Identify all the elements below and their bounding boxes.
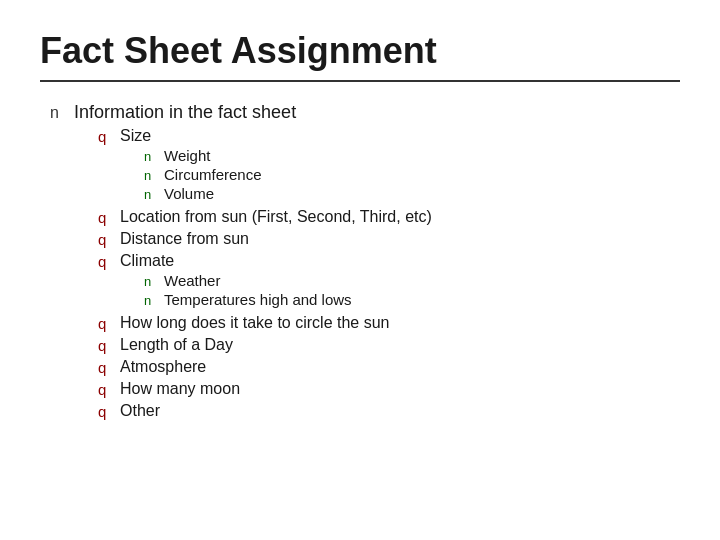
content-area: n Information in the fact sheet q Size n… <box>40 102 680 424</box>
bullet-q-length-day: q <box>98 337 112 354</box>
level2-item-other: q Other <box>98 402 432 420</box>
bullet-q-moons: q <box>98 381 112 398</box>
level1-item: n Information in the fact sheet q Size n… <box>50 102 680 424</box>
level2-item-circle-sun: q How long does it take to circle the su… <box>98 314 432 332</box>
level2-length-day-label: Length of a Day <box>120 336 233 354</box>
level3-circumference: n Circumference <box>144 166 262 183</box>
level2-item-size: q Size n Weight n Circumference <box>98 127 432 204</box>
bullet-q-distance: q <box>98 231 112 248</box>
slide-title: Fact Sheet Assignment <box>40 30 680 82</box>
level2-size-content: Size n Weight n Circumference <box>120 127 262 204</box>
level2-climate-label: Climate <box>120 252 174 269</box>
level2-atmosphere-label: Atmosphere <box>120 358 206 376</box>
level2-distance-label: Distance from sun <box>120 230 249 248</box>
bullet-n3-volume: n <box>144 187 156 202</box>
bullet-n3-weight: n <box>144 149 156 164</box>
level1-label: Information in the fact sheet <box>74 102 296 122</box>
bullet-q-climate: q <box>98 253 112 270</box>
level2-circle-sun-label: How long does it take to circle the sun <box>120 314 389 332</box>
level2-size-label: Size <box>120 127 151 144</box>
slide: Fact Sheet Assignment n Information in t… <box>0 0 720 540</box>
bullet-q-atmosphere: q <box>98 359 112 376</box>
bullet-q-size: q <box>98 128 112 145</box>
level2-item-atmosphere: q Atmosphere <box>98 358 432 376</box>
level2-item-moons: q How many moon <box>98 380 432 398</box>
level3-weight: n Weight <box>144 147 262 164</box>
level3-weather: n Weather <box>144 272 352 289</box>
level3-volume: n Volume <box>144 185 262 202</box>
bullet-n: n <box>50 104 64 122</box>
level2-climate-content: Climate n Weather n Temperatures high an… <box>120 252 352 310</box>
level1-content: Information in the fact sheet q Size n W… <box>74 102 432 424</box>
level3-weather-label: Weather <box>164 272 220 289</box>
level2-moons-label: How many moon <box>120 380 240 398</box>
level2-item-length-day: q Length of a Day <box>98 336 432 354</box>
level2-item-location: q Location from sun (First, Second, Thir… <box>98 208 432 226</box>
level3-temperatures: n Temperatures high and lows <box>144 291 352 308</box>
level2-item-climate: q Climate n Weather n Temperatures <box>98 252 432 310</box>
bullet-n3-temperatures: n <box>144 293 156 308</box>
level3-weight-label: Weight <box>164 147 210 164</box>
level3-size-list: n Weight n Circumference n Volume <box>120 147 262 202</box>
bullet-n3-circumference: n <box>144 168 156 183</box>
level2-item-distance: q Distance from sun <box>98 230 432 248</box>
level2-list: q Size n Weight n Circumference <box>74 127 432 420</box>
level2-location-label: Location from sun (First, Second, Third,… <box>120 208 432 226</box>
bullet-q-circle-sun: q <box>98 315 112 332</box>
bullet-n3-weather: n <box>144 274 156 289</box>
level3-circumference-label: Circumference <box>164 166 262 183</box>
level3-climate-list: n Weather n Temperatures high and lows <box>120 272 352 308</box>
level3-volume-label: Volume <box>164 185 214 202</box>
bullet-q-location: q <box>98 209 112 226</box>
level3-temperatures-label: Temperatures high and lows <box>164 291 352 308</box>
bullet-q-other: q <box>98 403 112 420</box>
level2-other-label: Other <box>120 402 160 420</box>
